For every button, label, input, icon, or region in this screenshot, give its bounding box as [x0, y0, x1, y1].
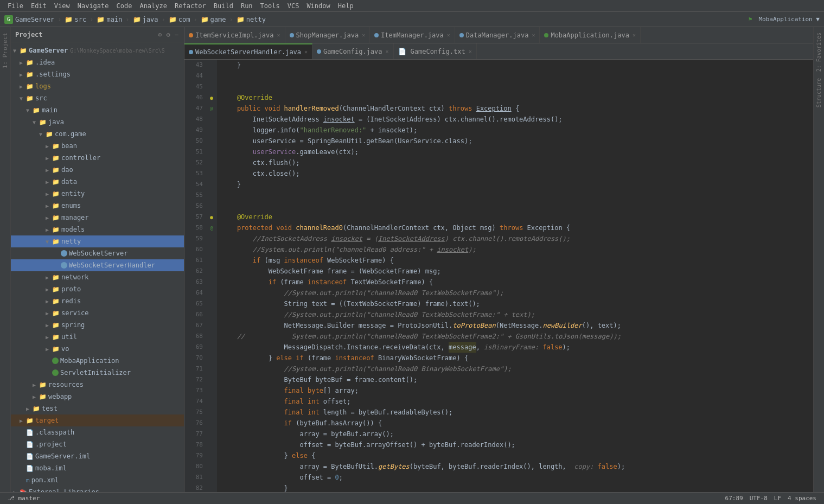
- add-icon[interactable]: ⊕: [157, 30, 163, 40]
- menu-item-analyze[interactable]: Analyze: [136, 1, 170, 11]
- tab-gameconfig-java[interactable]: GameConfig.java ✕: [312, 43, 393, 60]
- vtab-favorites[interactable]: 2: Favorites: [815, 29, 823, 75]
- menu-item-view[interactable]: View: [51, 1, 73, 11]
- tree-item-netty[interactable]: ▼ 📁 netty: [11, 235, 184, 247]
- tab-close-gc[interactable]: ✕: [385, 48, 388, 54]
- annotation-marker-46: ●: [206, 92, 217, 103]
- menu-item-file[interactable]: File: [4, 1, 27, 11]
- menu-item-help[interactable]: Help: [335, 1, 357, 11]
- tree-item-enums[interactable]: ▶ 📁 enums: [11, 200, 184, 212]
- sidebar: Project ⊕ ⚙ − ▼ 📁 GameServer G:\MonkeySp…: [11, 27, 184, 492]
- tree-item-idea[interactable]: ▶ 📁 .idea: [11, 56, 184, 68]
- code-line-74: final int offset;: [221, 396, 813, 407]
- menu-item-window[interactable]: Window: [303, 1, 333, 11]
- tab-icon-blue2: [374, 33, 379, 37]
- tree-item-moba-iml[interactable]: ▶ 📄 moba.iml: [11, 462, 184, 474]
- tree-item-resources[interactable]: ▶ 📁 resources: [11, 379, 184, 391]
- menu-item-build[interactable]: Build: [210, 1, 237, 11]
- tree-item-classpath[interactable]: ▶ 📄 .classpath: [11, 426, 184, 438]
- tree-item-logs[interactable]: ▶ 📁 logs: [11, 80, 184, 92]
- editor-area: ItemServiceImpl.java ✕ ShopManager.java …: [184, 27, 813, 492]
- code-line-48: InetSocketAddress insocket = (InetSocket…: [221, 114, 813, 125]
- breadcrumb-src[interactable]: 📁src: [65, 16, 86, 23]
- menu-item-edit[interactable]: Edit: [28, 1, 50, 11]
- tree-item-entity[interactable]: ▶ 📁 entity: [11, 188, 184, 200]
- tab-close-gctxt[interactable]: ✕: [469, 48, 472, 54]
- breadcrumb-main[interactable]: 📁main: [97, 16, 122, 23]
- menu-item-code[interactable]: Code: [113, 1, 136, 11]
- tree-item-controller[interactable]: ▶ 📁 controller: [11, 152, 184, 164]
- tab-shopmanager[interactable]: ShopManager.java ✕: [285, 27, 371, 43]
- tree-item-gameserver[interactable]: ▼ 📁 GameServer G:\MonkeySpace\moba-new\S…: [11, 44, 184, 56]
- menu-item-vcs[interactable]: VCS: [284, 1, 303, 11]
- code-line-64: //System.out.println("channelRead0 TextW…: [221, 288, 813, 298]
- menu-item-tools[interactable]: Tools: [257, 1, 283, 11]
- tree-item-bean[interactable]: ▶ 📁 bean: [11, 140, 184, 152]
- java-file-icon: [61, 250, 67, 257]
- hide-icon[interactable]: −: [174, 30, 180, 40]
- tree-item-service[interactable]: ▶ 📁 service: [11, 307, 184, 319]
- vtab-project[interactable]: 1: Project: [1, 29, 10, 72]
- tab-close-shopmanager[interactable]: ✕: [362, 32, 365, 38]
- tree-item-comgame[interactable]: ▼ 📁 com.game: [11, 128, 184, 140]
- breadcrumb-java[interactable]: 📁java: [133, 16, 158, 23]
- sidebar-tree: ▼ 📁 GameServer G:\MonkeySpace\moba-new\S…: [11, 42, 184, 492]
- tree-item-data[interactable]: ▶ 📁 data: [11, 176, 184, 188]
- code-line-52: ctx.flush();: [221, 157, 813, 168]
- tree-item-java[interactable]: ▼ 📁 java: [11, 116, 184, 128]
- tab-close-ws[interactable]: ✕: [304, 49, 308, 55]
- breadcrumb-com[interactable]: 📁com: [169, 16, 190, 23]
- tree-item-test[interactable]: ▶ 📁 test: [11, 403, 184, 414]
- tree-item-redis[interactable]: ▶ 📁 redis: [11, 295, 184, 307]
- tab-gameconfig-txt[interactable]: 📄 GameConfig.txt ✕: [394, 43, 477, 60]
- tab-datamanager[interactable]: DataManager.java ✕: [455, 27, 540, 43]
- tree-item-project-file[interactable]: ▶ 📄 .project: [11, 438, 184, 450]
- tree-item-settings[interactable]: ▶ 📁 .settings: [11, 68, 184, 80]
- tree-item-gameserver-iml[interactable]: ▶ 📄 GameServer.iml: [11, 450, 184, 462]
- tree-item-models[interactable]: ▶ 📁 models: [11, 224, 184, 235]
- tree-item-util[interactable]: ▶ 📁 util: [11, 331, 184, 343]
- tree-item-vo[interactable]: ▶ 📁 vo: [11, 343, 184, 355]
- line-separator[interactable]: LF: [771, 495, 784, 502]
- menu-item-refactor[interactable]: Refactor: [171, 1, 209, 11]
- tree-item-dao[interactable]: ▶ 📁 dao: [11, 164, 184, 176]
- menu-item-navigate[interactable]: Navigate: [74, 1, 112, 11]
- tree-item-manager[interactable]: ▶ 📁 manager: [11, 212, 184, 224]
- tab-close-itemservice[interactable]: ✕: [277, 32, 280, 38]
- code-line-43: }: [221, 60, 813, 71]
- tab-itemserviceimpl[interactable]: ItemServiceImpl.java ✕: [184, 27, 285, 43]
- git-branch[interactable]: ⎇ master: [4, 495, 43, 502]
- code-line-77: array = byteBuf.array();: [221, 429, 813, 439]
- moba-app-label: MobaApplication ▼: [758, 16, 820, 23]
- tab-websockethandler[interactable]: WebSocketServerHandler.java ✕: [184, 43, 312, 60]
- menu-item-run[interactable]: Run: [238, 1, 256, 11]
- tree-item-mobaapp[interactable]: ▶ MobaApplication: [11, 355, 184, 367]
- project-name: GameServer: [15, 16, 54, 23]
- tab-close-itemmanager[interactable]: ✕: [447, 32, 450, 38]
- tree-item-main[interactable]: ▼ 📁 main: [11, 104, 184, 116]
- tab-close-mobaapp[interactable]: ✕: [633, 32, 636, 38]
- code-content[interactable]: } @Override public void handlerRemoved(C…: [217, 60, 813, 492]
- sidebar-header: Project ⊕ ⚙ −: [11, 27, 184, 42]
- tree-item-servlet[interactable]: ▶ ServletInitializer: [11, 367, 184, 379]
- tree-item-webapp[interactable]: ▶ 📁 webapp: [11, 391, 184, 403]
- breadcrumb-netty[interactable]: 📁netty: [237, 16, 266, 23]
- code-editor[interactable]: 43 44 45 46 47 48 49 50 51 52 53 54 55 5…: [184, 60, 813, 492]
- tree-item-network[interactable]: ▶ 📁 network: [11, 271, 184, 283]
- tree-item-external-libs[interactable]: ▶ 📚 External Libraries: [11, 486, 184, 492]
- breadcrumb-game[interactable]: 📁game: [201, 16, 226, 23]
- tree-item-websocketserver[interactable]: ▶ WebSocketServer: [11, 247, 184, 259]
- tree-item-src[interactable]: ▼ 📁 src: [11, 92, 184, 104]
- vtab-structure[interactable]: Structure: [815, 75, 823, 111]
- tab-itemmanager[interactable]: ItemManager.java ✕: [370, 27, 455, 43]
- tab-close-datamanager[interactable]: ✕: [532, 32, 535, 38]
- tree-item-pom[interactable]: ▶ m pom.xml: [11, 474, 184, 486]
- tree-item-spring[interactable]: ▶ 📁 spring: [11, 319, 184, 331]
- tree-item-websocketserverhandler[interactable]: ▶ WebSocketServerHandler: [11, 259, 184, 271]
- encoding[interactable]: UTF-8: [746, 495, 771, 502]
- tree-item-target[interactable]: ▶ 📁 target: [11, 414, 184, 426]
- tree-item-proto[interactable]: ▶ 📁 proto: [11, 283, 184, 295]
- tab-mobaapplication[interactable]: MobaApplication.java ✕: [540, 27, 641, 43]
- project-icon: G: [4, 15, 13, 24]
- settings-icon[interactable]: ⚙: [165, 30, 171, 40]
